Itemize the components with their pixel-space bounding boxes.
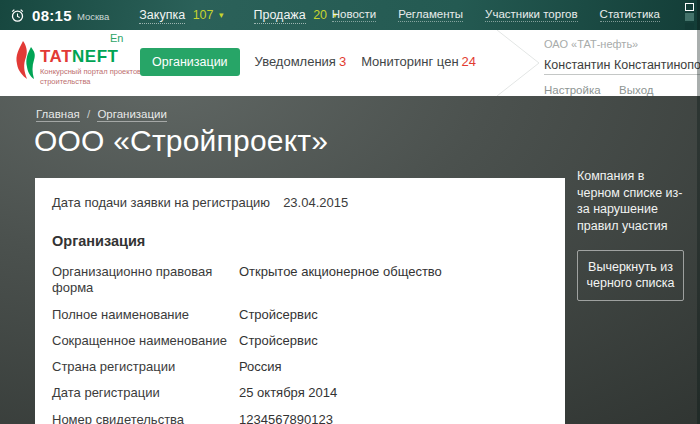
brand-wordmark: TATNEFT	[40, 47, 118, 67]
user-panel: ОАО «ТАТ-нефть» Константин Константинопо…	[544, 39, 700, 97]
detail-value: 25 октября 2014	[239, 385, 547, 401]
menu-purchase[interactable]: Закупка 107 ▾	[139, 8, 223, 22]
tab-organizations[interactable]: Организации	[140, 48, 240, 76]
page-title: ООО «Стройпроект»	[34, 124, 328, 158]
detail-label: Номер свидетельства	[52, 412, 239, 424]
nav-link-news[interactable]: Новости	[332, 8, 377, 22]
user-company: ОАО «ТАТ-нефть»	[544, 39, 700, 50]
app-window: 08:15 Москва Закупка 107 ▾ Продажа 20 ▾ …	[0, 0, 700, 424]
menu-purchase-count: 107	[193, 8, 214, 22]
menu-sale-count: 20	[313, 8, 327, 22]
detail-row-country: Страна регистрации Россия	[52, 359, 549, 375]
detail-value: Открытое акционерное общество	[239, 264, 547, 297]
topbar-left-group: 08:15 Москва Закупка 107 ▾ Продажа 20 ▾	[10, 0, 337, 30]
topbar-nav: Новости Регламенты Участники торгов Стат…	[332, 0, 660, 30]
nav-link-participants[interactable]: Участники торгов	[485, 8, 578, 22]
brand-part-tat: TAT	[40, 47, 72, 66]
scroll-track-square	[685, 13, 694, 21]
breadcrumb: Главная / Организации	[36, 108, 167, 120]
detail-value: 1234567890123	[239, 412, 547, 424]
site-header: TATNEFT Конкурсный портал проектов строи…	[0, 30, 700, 96]
timezone-city: Москва	[77, 11, 109, 22]
main-tabs: Организации Уведомления3 Мониторинг цен2…	[140, 47, 476, 76]
blacklist-panel: Компания в черном списке из-за нарушение…	[577, 168, 685, 301]
registration-request-value: 23.04.2015	[283, 195, 348, 210]
registration-request-label: Дата подачи заявки на регистрацию	[52, 195, 270, 210]
breadcrumb-separator: /	[87, 108, 90, 120]
registration-request-row: Дата подачи заявки на регистрацию 23.04.…	[52, 195, 549, 210]
current-time: 08:15	[32, 7, 72, 24]
organization-details: Организационно правовая форма Открытое а…	[52, 264, 549, 424]
detail-value: Россия	[239, 359, 547, 375]
detail-label: Дата регистрации	[52, 385, 239, 401]
user-links: Настройка Выход	[544, 81, 700, 97]
user-name-link[interactable]: Константин Константинопольский	[544, 59, 700, 75]
detail-row-short-name: Сокращенное наименование Стройсервис	[52, 333, 549, 349]
tab-notifications-count: 3	[339, 54, 346, 69]
scroll-indicator[interactable]	[685, 3, 694, 31]
nav-link-regulations[interactable]: Регламенты	[398, 8, 463, 22]
brand-part-neft: NEFT	[72, 47, 118, 66]
detail-label: Полное наименование	[52, 307, 239, 323]
blacklist-message: Компания в черном списке из-за нарушение…	[577, 168, 685, 234]
chevron-down-icon: ▾	[219, 10, 224, 20]
tab-price-monitoring-label: Мониторинг цен	[361, 54, 458, 69]
detail-value: Стройсервис	[239, 307, 547, 323]
diagonal-separator	[497, 30, 541, 100]
flame-icon	[14, 40, 38, 84]
page-body: Главная / Организации ООО «Стройпроект» …	[0, 96, 700, 424]
detail-label: Страна регистрации	[52, 359, 239, 375]
nav-link-statistics[interactable]: Статистика	[600, 8, 660, 22]
topbar: 08:15 Москва Закупка 107 ▾ Продажа 20 ▾ …	[0, 0, 700, 30]
logo-tagline: Конкурсный портал проектов строительства	[40, 67, 150, 87]
tab-notifications-label: Уведомления	[255, 54, 336, 69]
menu-sale[interactable]: Продажа 20 ▾	[254, 8, 338, 22]
organization-card: Дата подачи заявки на регистрацию 23.04.…	[35, 178, 565, 424]
breadcrumb-home[interactable]: Главная	[36, 108, 80, 122]
detail-row-reg-date: Дата регистрации 25 октября 2014	[52, 385, 549, 401]
detail-label: Сокращенное наименование	[52, 333, 239, 349]
detail-value: Стройсервис	[239, 333, 547, 349]
breadcrumb-current[interactable]: Организации	[97, 108, 167, 122]
tab-price-monitoring[interactable]: Мониторинг цен24	[361, 47, 476, 76]
menu-purchase-label: Закупка	[139, 8, 185, 24]
section-title-organization: Организация	[52, 233, 549, 249]
detail-label: Организационно правовая форма	[52, 264, 239, 297]
scroll-thumb-square[interactable]	[685, 3, 694, 11]
language-switch[interactable]: En	[110, 32, 123, 44]
tab-notifications[interactable]: Уведомления3	[255, 47, 347, 76]
detail-row-full-name: Полное наименование Стройсервис	[52, 307, 549, 323]
detail-row-legal-form: Организационно правовая форма Открытое а…	[52, 264, 549, 297]
alarm-clock-icon	[10, 8, 25, 23]
remove-from-blacklist-button[interactable]: Вычеркнуть из черного списка	[577, 250, 684, 301]
detail-row-certificate-number: Номер свидетельства 1234567890123	[52, 412, 549, 424]
tab-price-monitoring-count: 24	[462, 54, 476, 69]
menu-sale-label: Продажа	[254, 8, 306, 24]
